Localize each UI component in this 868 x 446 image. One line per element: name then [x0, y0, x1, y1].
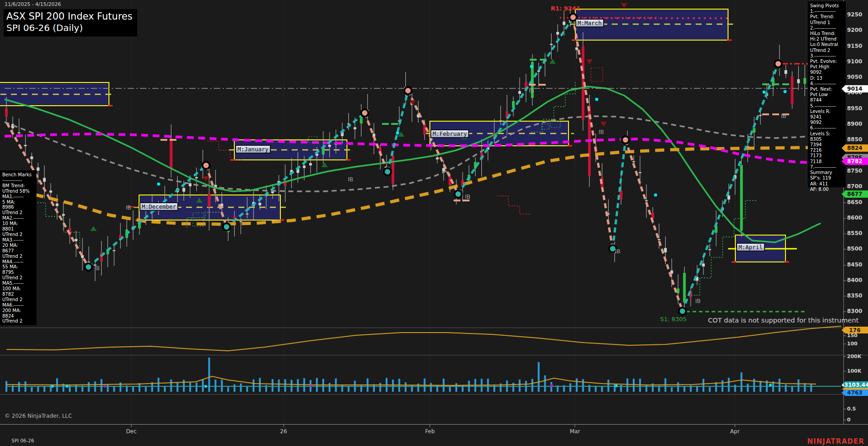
month-box-label[interactable]: M:January	[235, 145, 271, 154]
contract-interval: SPI 06-26 (Daily)	[6, 22, 133, 34]
month-box-label[interactable]: M:December	[140, 202, 178, 211]
volume-bar	[246, 386, 248, 392]
volume-bar	[798, 379, 800, 392]
price-tag-176: 176	[842, 327, 868, 333]
r1-level-label: R1: 9241	[551, 5, 580, 12]
volume-bar	[183, 379, 185, 392]
price-axis-tick[interactable]: 8600	[847, 215, 862, 221]
candle-body	[664, 248, 667, 252]
time-axis-label[interactable]: Dec	[126, 428, 136, 435]
tab-spi-06-26[interactable]: SPI 06-26	[11, 438, 34, 443]
candle-body	[702, 263, 705, 267]
candle-body	[740, 165, 743, 231]
cyan-dot-marker	[530, 65, 533, 68]
month-box-label[interactable]: M:April	[736, 243, 765, 251]
volume-avg-line	[6, 376, 816, 385]
volume-bar	[646, 385, 647, 392]
volume-bar	[227, 387, 229, 392]
time-axis-label[interactable]: Apr	[730, 428, 740, 435]
price-axis-tick[interactable]: 8450	[847, 261, 862, 268]
panel-axis-tick[interactable]: 200K	[847, 354, 868, 359]
price-axis-tick[interactable]: 8550	[847, 230, 862, 236]
time-axis-label[interactable]: Feb	[425, 428, 434, 435]
panel-axis-tick[interactable]: 100	[847, 341, 868, 347]
volume-bar	[430, 383, 432, 392]
volume-bar	[740, 372, 742, 392]
price-axis-tick[interactable]: 8950	[847, 105, 862, 112]
price-axis-tick[interactable]: 8650	[847, 199, 862, 205]
candle-body	[550, 44, 553, 45]
volume-bar	[728, 378, 730, 392]
volume-bar	[31, 387, 33, 392]
price-axis-tick[interactable]: 8900	[847, 121, 862, 127]
chart-canvas[interactable]	[0, 0, 868, 446]
zigzag-up-leg	[227, 113, 365, 227]
ib-label: IB	[126, 205, 131, 211]
time-axis-label[interactable]: 26	[280, 428, 287, 435]
price-axis-tick[interactable]: 8850	[847, 136, 862, 143]
copyright-text: © 2026 NinjaTrader, LLC	[5, 413, 72, 419]
volume-bar	[278, 379, 280, 392]
volume-bar	[576, 379, 578, 392]
panel-axis-tick[interactable]: 0	[847, 417, 868, 423]
price-axis-tick[interactable]: 8700	[847, 183, 862, 190]
volume-bar	[221, 379, 223, 392]
candle-body	[512, 101, 515, 108]
volume-bar	[779, 379, 780, 392]
triangle-down-marker	[600, 122, 607, 127]
month-box-label[interactable]: M:March	[575, 19, 604, 27]
volume-bar	[550, 382, 552, 392]
panel-axis-tick[interactable]: 0.5	[847, 406, 868, 412]
swing-high-marker	[202, 162, 210, 169]
time-axis-label[interactable]: Mar	[570, 428, 580, 435]
volume-bar	[392, 379, 394, 392]
price-axis-tick[interactable]: 8750	[847, 168, 862, 174]
volume-bar	[259, 378, 261, 392]
volume-bar	[785, 384, 787, 392]
candle-body	[645, 200, 648, 201]
chart-title: ASX SPI 200 Index Futures SPI 06-26 (Dai…	[4, 9, 137, 36]
volume-bar	[360, 385, 362, 392]
volume-bar	[734, 384, 736, 392]
triangle-up-marker	[321, 162, 328, 167]
volume-bar	[639, 379, 641, 392]
price-axis-tick[interactable]: 8500	[847, 246, 862, 252]
candle-body	[170, 138, 172, 168]
volume-bar	[791, 387, 793, 392]
price-axis-tick[interactable]: 8300	[847, 308, 862, 314]
ib-label: IB	[615, 248, 620, 255]
volume-bar	[608, 379, 610, 392]
volume-bar	[88, 382, 90, 392]
volume-bar	[291, 380, 293, 392]
price-axis-tick[interactable]: 8400	[847, 277, 862, 283]
price-axis-tick[interactable]: 9200	[847, 27, 862, 33]
price-axis-tick[interactable]: 9100	[847, 58, 862, 65]
zigzag-up-leg	[613, 140, 625, 249]
month-box-label[interactable]: M:February	[430, 129, 469, 138]
price-axis-tick[interactable]: 9050	[847, 74, 862, 80]
volume-bar	[145, 386, 147, 392]
volume-dot-cyan	[66, 385, 68, 388]
s1-level-label: S1: 8305	[660, 316, 687, 323]
ib-label: IB	[529, 87, 534, 94]
volume-bar	[544, 375, 546, 392]
price-axis-tick[interactable]: 9150	[847, 43, 862, 49]
panel-axis-tick[interactable]: 100K	[847, 368, 868, 374]
candle-body	[221, 204, 223, 206]
price-axis-tick[interactable]: 9250	[847, 11, 862, 18]
candle-body	[563, 22, 565, 25]
ninjatrader-chart-window: 11/6/2025 - 4/15/2026 ASX SPI 200 Index …	[0, 0, 868, 446]
cyan-dot-marker	[784, 90, 787, 93]
volume-bar	[176, 382, 178, 392]
candle-body	[499, 120, 502, 121]
signal-rect-red	[591, 68, 603, 82]
price-axis-tick[interactable]: 8350	[847, 292, 862, 299]
candle-body	[632, 161, 635, 162]
triangle-down-marker	[621, 3, 627, 8]
cot-warning-text: COT data is not supported for this instr…	[708, 317, 858, 324]
candle-body	[708, 249, 711, 250]
candle-body	[31, 156, 33, 159]
ib-label: IB	[781, 113, 786, 119]
candle-body	[785, 70, 787, 74]
cyan-dot-marker	[654, 194, 657, 197]
